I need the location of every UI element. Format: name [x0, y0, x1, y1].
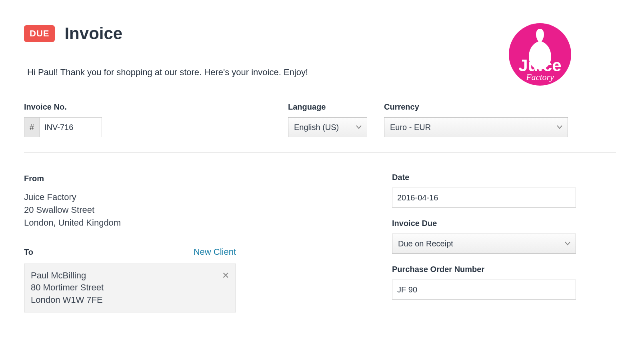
language-label: Language [288, 102, 368, 112]
invoice-due-select[interactable]: Due on Receipt [392, 234, 576, 254]
page-title: Invoice [64, 24, 122, 43]
hash-icon: # [24, 117, 39, 137]
new-client-link[interactable]: New Client [194, 247, 236, 257]
po-label: Purchase Order Number [392, 265, 576, 274]
client-line1: 80 Mortimer Street [31, 282, 229, 294]
date-input[interactable] [392, 188, 576, 208]
svg-text:Factory: Factory [526, 72, 554, 82]
po-input[interactable] [392, 280, 576, 300]
from-heading: From [24, 173, 280, 184]
to-heading: To [24, 248, 33, 257]
currency-select[interactable]: Euro - EUR [384, 117, 568, 137]
invoice-due-label: Invoice Due [392, 219, 576, 228]
invoice-no-label: Invoice No. [24, 102, 272, 112]
status-badge: DUE [24, 25, 55, 42]
close-icon[interactable]: ✕ [222, 270, 229, 282]
date-label: Date [392, 173, 576, 182]
greeting-text: Hi Paul! Thank you for shopping at our s… [27, 67, 308, 78]
language-select[interactable]: English (US) [288, 117, 367, 137]
client-card[interactable]: ✕ Paul McBilling 80 Mortimer Street Lond… [24, 264, 236, 312]
section-divider [24, 152, 616, 153]
currency-label: Currency [384, 102, 568, 112]
client-name: Paul McBilling [31, 270, 229, 282]
brand-logo: Juice Factory [508, 22, 572, 86]
client-line2: London W1W 7FE [31, 294, 229, 306]
from-line1: 20 Swallow Street [24, 204, 280, 216]
from-name: Juice Factory [24, 191, 280, 204]
from-line2: London, United Kingdom [24, 216, 280, 229]
invoice-no-input[interactable] [39, 117, 102, 137]
